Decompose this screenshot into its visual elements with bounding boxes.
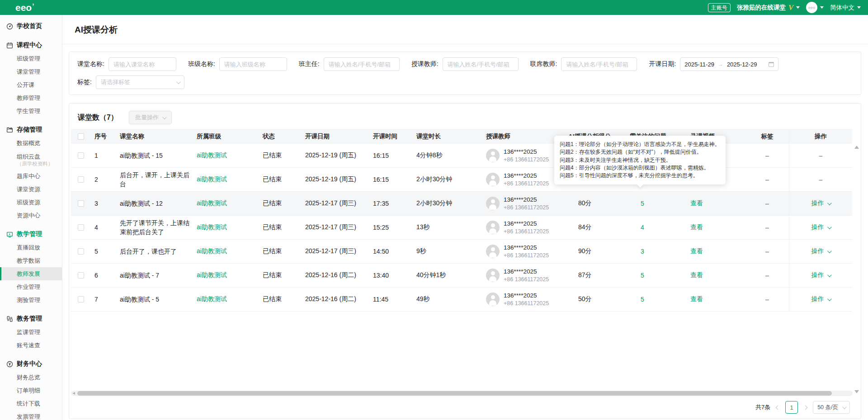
- row-checkbox[interactable]: [78, 152, 84, 159]
- cell-group-link[interactable]: ai助教测试: [193, 247, 259, 255]
- teacher-input[interactable]: [443, 57, 519, 71]
- sidebar-item-lesson-resources[interactable]: 课堂资源: [0, 183, 62, 196]
- cell-group-link[interactable]: ai助教测试: [193, 199, 259, 208]
- cell-class-name: ai助教测试 - 7: [116, 271, 193, 280]
- row-action-button[interactable]: 操作: [811, 199, 824, 208]
- cell-video-link[interactable]: 查看: [687, 223, 745, 231]
- table-row: 6 ai助教测试 - 7 ai助教测试 已结束 2025-12-16 (周二) …: [71, 264, 852, 288]
- col-group: 所属班级: [193, 132, 259, 141]
- cell-ai-score: 87分: [565, 271, 626, 279]
- vertical-scrollbar[interactable]: [854, 145, 859, 394]
- sidebar-item-homework-management[interactable]: 作业管理: [0, 280, 62, 293]
- col-teacher: 授课教师: [481, 132, 565, 141]
- head-teacher-input[interactable]: [324, 57, 400, 71]
- sidebar-item-invoice-management[interactable]: 发票管理: [0, 410, 62, 420]
- row-action-button[interactable]: 操作: [811, 271, 824, 279]
- sidebar-item-school-home[interactable]: 学校首页: [0, 19, 62, 33]
- sidebar-item-finance-overview[interactable]: 财务总览: [0, 371, 62, 384]
- row-checkbox[interactable]: [78, 248, 84, 255]
- sidebar-item-teaching-data[interactable]: 教学数据: [0, 254, 62, 267]
- row-action-button[interactable]: 操作: [811, 223, 824, 231]
- row-checkbox[interactable]: [78, 296, 84, 302]
- teacher-avatar: [486, 245, 500, 258]
- cell-group-link[interactable]: ai助教测试: [193, 271, 259, 279]
- teacher-avatar: [486, 149, 500, 162]
- cell-group-link[interactable]: ai助教测试: [193, 223, 259, 231]
- row-checkbox[interactable]: [78, 200, 84, 207]
- cell-problems-link[interactable]: 3: [626, 248, 687, 255]
- sidebar-item-open-class[interactable]: 公开课: [0, 78, 62, 91]
- chevron-down-icon: [827, 225, 831, 229]
- cell-group-link[interactable]: ai助教测试: [193, 175, 259, 184]
- row-action-button[interactable]: 操作: [811, 295, 824, 303]
- sidebar-item-lesson-management[interactable]: 课堂管理: [0, 65, 62, 78]
- sidebar-item-org-cloud-disk[interactable]: 组织云盘 （原学校资料）: [0, 150, 62, 170]
- current-page[interactable]: 1: [785, 401, 798, 414]
- tag-placeholder: 请选择标签: [101, 78, 130, 86]
- sidebar-item-class-management[interactable]: 班级管理: [0, 52, 62, 65]
- class-name-input[interactable]: [108, 57, 176, 71]
- sidebar-item-quiz-management[interactable]: 测验管理: [0, 293, 62, 307]
- school-home-icon: [6, 23, 13, 30]
- sidebar-section-course-center[interactable]: 课程中心: [0, 38, 62, 52]
- chevron-down-icon: [857, 6, 861, 9]
- school-switcher[interactable]: 张雅茹的在线课堂 V: [737, 3, 800, 12]
- co-teacher-input[interactable]: [561, 57, 637, 71]
- cell-video-link[interactable]: 查看: [687, 199, 745, 208]
- prev-page-button[interactable]: [776, 406, 779, 409]
- sidebar-section-storage[interactable]: 存储管理: [0, 123, 62, 137]
- page-size-select[interactable]: 50 条/页: [813, 401, 850, 414]
- cell-duration: 4分钟8秒: [413, 151, 481, 160]
- sidebar-item-teacher-development[interactable]: 教师发展: [0, 267, 62, 280]
- sidebar-item-class-supervision[interactable]: 监课管理: [0, 326, 62, 339]
- cell-group-link[interactable]: ai助教测试: [193, 295, 259, 303]
- cell-problems-link[interactable]: 4: [626, 224, 687, 231]
- horizontal-scrollbar-thumb[interactable]: [77, 391, 832, 396]
- cell-time: 17:35: [369, 200, 413, 207]
- row-checkbox[interactable]: [78, 176, 84, 183]
- col-class-name: 课堂名称: [116, 132, 193, 141]
- scroll-left-icon[interactable]: [72, 392, 75, 395]
- cell-group-link[interactable]: ai助教测试: [193, 151, 259, 160]
- sidebar-item-order-details[interactable]: 订单明细: [0, 384, 62, 397]
- sidebar-item-class-resources[interactable]: 班级资源: [0, 196, 62, 209]
- cell-video-link[interactable]: 查看: [687, 271, 745, 279]
- cell-status: 已结束: [259, 151, 302, 160]
- sidebar-section-teaching-management[interactable]: 教学管理: [0, 227, 62, 241]
- scroll-up-icon[interactable]: [854, 146, 859, 149]
- filter-head-teacher: 班主任:: [299, 57, 400, 71]
- cell-problems-link[interactable]: 5: [626, 272, 687, 279]
- sidebar-item-statistics-download[interactable]: 统计下载: [0, 397, 62, 410]
- sidebar-item-student-management[interactable]: 学生管理: [0, 104, 62, 118]
- sidebar-section-academic-affairs[interactable]: 教务管理: [0, 312, 62, 326]
- user-menu[interactable]: eeo: [806, 2, 824, 13]
- teacher-avatar: [486, 221, 500, 234]
- cell-problems-link[interactable]: 5: [626, 200, 687, 207]
- sidebar-item-resource-center[interactable]: 资源中心: [0, 209, 62, 222]
- row-checkbox[interactable]: [78, 224, 84, 231]
- tooltip-line: 问题4：部分内容（如沙漠冰箱的剖视图）表述啰嗦，需精炼。: [560, 164, 720, 172]
- filter-class-name: 课堂名称:: [77, 57, 176, 71]
- sidebar-item-account-lookup[interactable]: 账号速查: [0, 339, 62, 352]
- sidebar-section-finance-center[interactable]: 财务中心: [0, 357, 62, 371]
- language-selector[interactable]: 简体中文: [830, 4, 861, 12]
- sidebar-item-data-overview[interactable]: 数据概览: [0, 137, 62, 150]
- row-action-button[interactable]: 操作: [811, 247, 824, 255]
- scroll-down-icon[interactable]: [854, 390, 859, 393]
- horizontal-scrollbar[interactable]: [71, 391, 853, 396]
- cell-video-link[interactable]: 查看: [687, 295, 745, 303]
- batch-actions-button[interactable]: 批量操作: [129, 111, 172, 124]
- tag-select[interactable]: 请选择标签: [96, 76, 184, 89]
- academic-affairs-icon: [6, 316, 13, 322]
- cell-video-link[interactable]: 查看: [687, 247, 745, 255]
- sidebar-item-teacher-management[interactable]: 教师管理: [0, 91, 62, 104]
- sidebar-item-question-bank[interactable]: 题库中心: [0, 170, 62, 183]
- row-checkbox[interactable]: [78, 272, 84, 278]
- topbar-right: 主账号 张雅茹的在线课堂 V eeo 简体中文: [708, 2, 861, 13]
- select-all-checkbox[interactable]: [78, 133, 84, 140]
- sidebar-item-live-playback[interactable]: 直播回放: [0, 241, 62, 254]
- cell-problems-link[interactable]: 5: [626, 296, 687, 303]
- date-range-picker[interactable]: 2025-11-29 → 2025-12-29: [680, 57, 778, 71]
- next-page-button[interactable]: [804, 406, 807, 409]
- group-name-input[interactable]: [219, 57, 287, 71]
